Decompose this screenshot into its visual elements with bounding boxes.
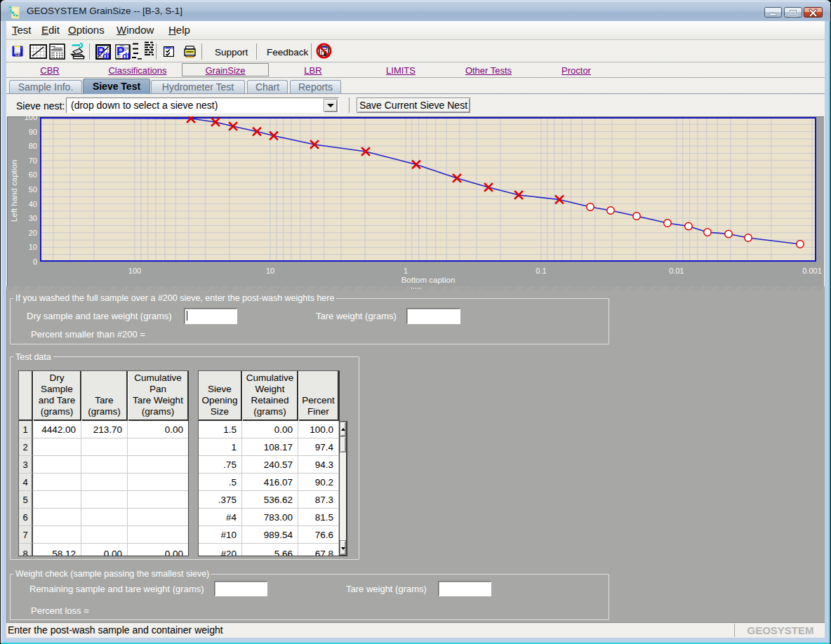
svg-text:0.01: 0.01: [669, 267, 684, 275]
svg-text:Left hand caption: Left hand caption: [10, 160, 18, 222]
svg-text:60: 60: [29, 170, 37, 179]
svg-text:10: 10: [29, 243, 37, 251]
svg-text:30: 30: [29, 214, 37, 222]
svg-text:90: 90: [29, 128, 37, 136]
svg-text:0: 0: [33, 257, 37, 266]
svg-text:0.001: 0.001: [802, 267, 822, 275]
svg-text:10: 10: [266, 267, 274, 275]
svg-text:1: 1: [404, 267, 408, 275]
svg-text:40: 40: [29, 200, 37, 208]
svg-text:100: 100: [128, 267, 141, 275]
svg-text:50: 50: [29, 185, 37, 194]
svg-text:100: 100: [25, 116, 37, 121]
svg-text:80: 80: [29, 142, 37, 150]
svg-text:70: 70: [29, 156, 37, 165]
svg-text:Bottom caption: Bottom caption: [401, 276, 456, 284]
svg-text:df: df: [122, 51, 131, 60]
svg-text:df: df: [102, 51, 111, 60]
svg-text:0.1: 0.1: [536, 267, 546, 275]
svg-text:20: 20: [29, 229, 37, 237]
